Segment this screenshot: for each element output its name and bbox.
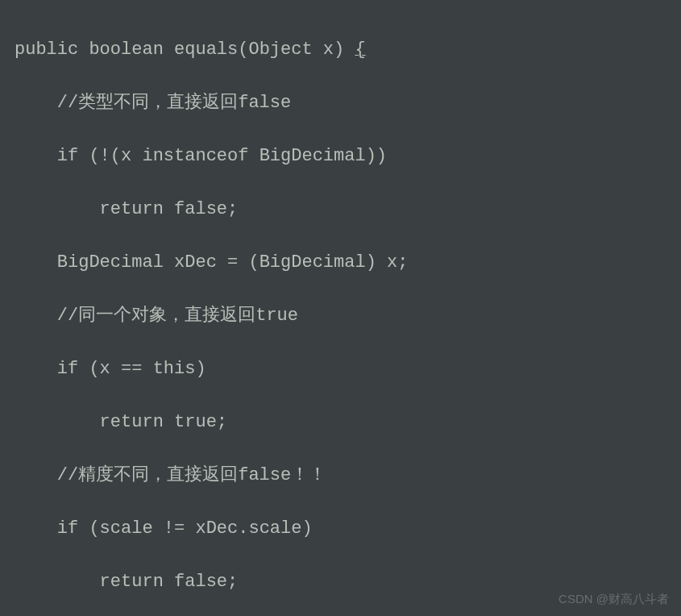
watermark-text: CSDN @财高八斗者 xyxy=(559,590,669,609)
open-brace: { xyxy=(355,40,365,60)
code-line-5: BigDecimal xDec = (BigDecimal) x; xyxy=(15,249,666,276)
code-line-9: //精度不同，直接返回false！！ xyxy=(15,462,666,489)
code-line-8: return true; xyxy=(15,409,666,435)
code-line-1: public boolean equals(Object x) { xyxy=(15,36,666,63)
code-line-4: return false; xyxy=(15,196,666,223)
code-line-2: //类型不同，直接返回false xyxy=(15,89,666,116)
code-line-6: //同一个对象，直接返回true xyxy=(15,302,666,329)
code-line-10: if (scale != xDec.scale) xyxy=(15,515,666,542)
method-signature: public boolean equals(Object x) xyxy=(15,40,355,60)
code-line-3: if (!(x instanceof BigDecimal)) xyxy=(15,143,666,169)
code-block: public boolean equals(Object x) { //类型不同… xyxy=(15,10,666,616)
code-line-7: if (x == this) xyxy=(15,356,666,382)
